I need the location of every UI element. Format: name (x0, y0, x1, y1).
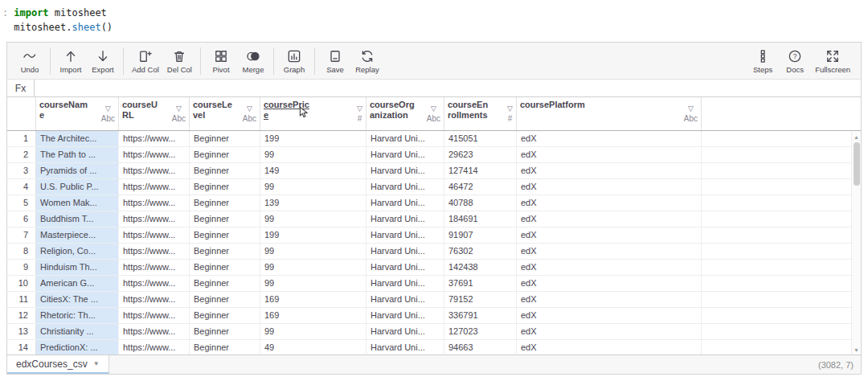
cell-courseName[interactable]: PredictionX: ... (36, 340, 119, 354)
cell-courseName[interactable]: U.S. Public P... (36, 179, 119, 195)
filter-icon[interactable]: ▽ (507, 105, 513, 113)
cell-coursePrice[interactable]: 99 (260, 260, 366, 275)
code-cell[interactable]: : import mitosheet mitosheet.sheet() (2, 6, 113, 35)
vertical-scrollbar[interactable]: ▲ ▼ (851, 132, 861, 354)
cell-courseOrganization[interactable]: Harvard Uni... (366, 131, 444, 146)
cell-courseURL[interactable]: https://www... (119, 163, 190, 178)
cell-courseURL[interactable]: https://www... (119, 340, 190, 354)
filter-icon[interactable]: ▽ (176, 105, 182, 113)
cell-coursePlatform[interactable]: edX (517, 340, 702, 354)
cell-coursePlatform[interactable]: edX (517, 211, 702, 227)
cell-courseOrganization[interactable]: Harvard Uni... (366, 324, 444, 339)
row-index[interactable]: 6 (7, 211, 36, 227)
cell-courseOrganization[interactable]: Harvard Uni... (366, 179, 444, 195)
cell-courseLevel[interactable]: Beginner (190, 260, 260, 275)
cell-courseLevel[interactable]: Beginner (190, 308, 260, 323)
column-header-courseLevel[interactable]: courseLevel▽Abc (190, 97, 260, 130)
cell-courseLevel[interactable]: Beginner (190, 163, 260, 178)
cell-courseLevel[interactable]: Beginner (190, 324, 260, 339)
cell-courseOrganization[interactable]: Harvard Uni... (366, 276, 444, 291)
cell-courseURL[interactable]: https://www... (119, 244, 190, 259)
row-index[interactable]: 9 (7, 260, 36, 275)
cell-courseURL[interactable]: https://www... (119, 292, 190, 307)
row-index[interactable]: 13 (7, 324, 36, 339)
cell-courseOrganization[interactable]: Harvard Uni... (366, 227, 444, 243)
cell-courseName[interactable]: Masterpiece... (36, 227, 119, 243)
row-index[interactable]: 10 (7, 276, 36, 291)
docs-button[interactable]: ?Docs (779, 44, 811, 78)
cell-courseEnrollments[interactable]: 142438 (444, 260, 517, 275)
column-header-coursePlatform[interactable]: coursePlatform▽Abc (517, 97, 702, 130)
cell-courseName[interactable]: Christianity ... (36, 324, 119, 339)
column-header-courseOrganization[interactable]: courseOrganization▽Abc (366, 97, 444, 130)
column-header-courseURL[interactable]: courseURL▽Abc (119, 97, 190, 130)
row-index[interactable]: 14 (7, 340, 36, 354)
row-index[interactable]: 5 (7, 195, 36, 211)
cell-courseURL[interactable]: https://www... (119, 147, 190, 162)
cell-coursePlatform[interactable]: edX (517, 308, 702, 323)
cell-courseEnrollments[interactable]: 29623 (444, 147, 517, 162)
cell-courseLevel[interactable]: Beginner (190, 195, 260, 211)
row-index[interactable]: 1 (7, 131, 36, 146)
column-header-courseEnrollments[interactable]: courseEnrollments▽# (444, 97, 517, 130)
cell-coursePrice[interactable]: 149 (260, 163, 366, 178)
cell-coursePlatform[interactable]: edX (517, 227, 702, 243)
cell-courseEnrollments[interactable]: 79152 (444, 292, 517, 307)
cell-coursePlatform[interactable]: edX (517, 163, 702, 178)
cell-coursePlatform[interactable]: edX (517, 260, 702, 275)
cell-coursePlatform[interactable]: edX (517, 131, 702, 146)
cell-coursePrice[interactable]: 139 (260, 195, 366, 211)
cell-courseEnrollments[interactable]: 37691 (444, 276, 517, 291)
cell-courseEnrollments[interactable]: 40788 (444, 195, 517, 211)
cell-coursePrice[interactable]: 99 (260, 211, 366, 227)
cell-courseOrganization[interactable]: Harvard Uni... (366, 292, 444, 307)
cell-courseURL[interactable]: https://www... (119, 179, 190, 195)
cell-courseOrganization[interactable]: Harvard Uni... (366, 147, 444, 162)
undo-button[interactable]: Undo (14, 44, 46, 78)
cell-coursePrice[interactable]: 99 (260, 244, 366, 259)
cell-courseName[interactable]: Pyramids of ... (36, 163, 119, 178)
cell-coursePlatform[interactable]: edX (517, 276, 702, 291)
cell-coursePlatform[interactable]: edX (517, 292, 702, 307)
row-index[interactable]: 11 (7, 292, 36, 307)
cell-courseLevel[interactable]: Beginner (190, 244, 260, 259)
cell-coursePrice[interactable]: 99 (260, 276, 366, 291)
cell-coursePrice[interactable]: 169 (260, 308, 366, 323)
save-button[interactable]: Save (319, 44, 351, 78)
cell-courseEnrollments[interactable]: 94663 (444, 340, 517, 354)
cell-courseLevel[interactable]: Beginner (190, 276, 260, 291)
cell-courseEnrollments[interactable]: 184691 (444, 211, 517, 227)
scroll-down-icon[interactable]: ▼ (854, 345, 859, 354)
cell-courseEnrollments[interactable]: 336791 (444, 308, 517, 323)
cell-courseURL[interactable]: https://www... (119, 276, 190, 291)
filter-icon[interactable]: ▽ (247, 105, 252, 113)
cell-courseName[interactable]: CitiesX: The ... (36, 292, 119, 307)
cell-coursePlatform[interactable]: edX (517, 324, 702, 339)
row-index[interactable]: 8 (7, 244, 36, 259)
cell-courseLevel[interactable]: Beginner (190, 211, 260, 227)
cell-courseEnrollments[interactable]: 91907 (444, 227, 517, 243)
row-index[interactable]: 7 (7, 227, 36, 243)
index-column-header[interactable] (7, 97, 36, 130)
cell-courseOrganization[interactable]: Harvard Uni... (366, 195, 444, 211)
filter-icon[interactable]: ▽ (431, 105, 436, 113)
column-header-courseName[interactable]: courseName▽Abc (36, 97, 119, 130)
cell-courseEnrollments[interactable]: 415051 (444, 131, 517, 146)
filter-icon[interactable]: ▽ (688, 105, 694, 113)
cell-courseEnrollments[interactable]: 127414 (444, 163, 517, 178)
row-index[interactable]: 3 (7, 163, 36, 178)
cell-courseName[interactable]: The Architec... (36, 131, 119, 146)
cell-courseLevel[interactable]: Beginner (190, 340, 260, 354)
scroll-up-icon[interactable]: ▲ (854, 132, 859, 141)
cell-courseLevel[interactable]: Beginner (190, 131, 260, 146)
import-button[interactable]: Import (55, 44, 87, 78)
scrollbar-thumb[interactable] (854, 142, 860, 186)
add-col-button[interactable]: Add Col (128, 44, 163, 78)
row-index[interactable]: 12 (7, 308, 36, 323)
cell-coursePrice[interactable]: 99 (260, 324, 366, 339)
cell-courseName[interactable]: Religion, Co... (36, 244, 119, 259)
fullscreen-button[interactable]: Fullscreen (811, 44, 854, 78)
cell-courseURL[interactable]: https://www... (119, 308, 190, 323)
cell-courseLevel[interactable]: Beginner (190, 179, 260, 195)
cell-courseURL[interactable]: https://www... (119, 260, 190, 275)
